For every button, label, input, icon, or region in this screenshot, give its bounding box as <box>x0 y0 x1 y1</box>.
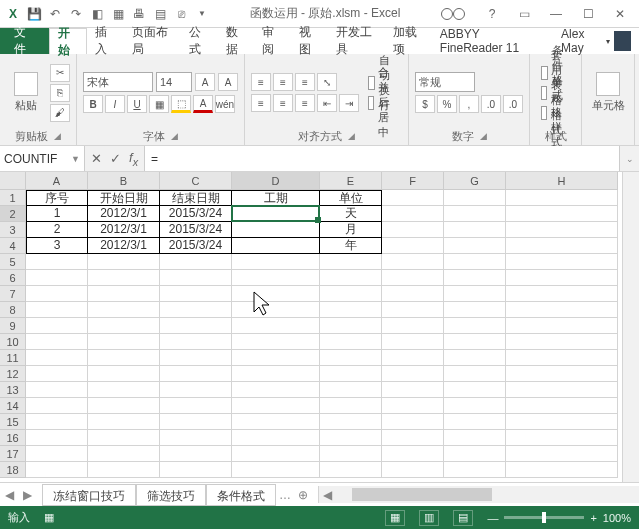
cell[interactable]: 单位 <box>320 190 382 206</box>
cell[interactable] <box>506 382 618 398</box>
dialog-launcher-icon[interactable]: ◢ <box>171 131 178 141</box>
cell[interactable] <box>26 382 88 398</box>
new-sheet-icon[interactable]: ⊕ <box>294 488 312 502</box>
cell[interactable] <box>506 430 618 446</box>
excel-icon[interactable]: X <box>4 5 22 23</box>
underline-icon[interactable]: U <box>127 95 147 113</box>
align-center-icon[interactable]: ≡ <box>273 94 293 112</box>
cell[interactable] <box>506 238 618 254</box>
cell[interactable] <box>26 270 88 286</box>
cells-button[interactable]: 单元格 <box>588 72 628 113</box>
cell[interactable] <box>320 302 382 318</box>
sheet-tab[interactable]: 冻结窗口技巧 <box>42 484 136 506</box>
row-header[interactable]: 8 <box>0 302 26 318</box>
cell[interactable]: 天 <box>320 206 382 222</box>
cell[interactable] <box>232 366 320 382</box>
cell[interactable] <box>26 446 88 462</box>
cell[interactable] <box>506 206 618 222</box>
cell[interactable] <box>232 430 320 446</box>
font-name-combo[interactable]: 宋体 <box>83 72 153 92</box>
cell[interactable] <box>382 398 444 414</box>
cell[interactable] <box>160 254 232 270</box>
align-right-icon[interactable]: ≡ <box>295 94 315 112</box>
cell[interactable] <box>26 318 88 334</box>
cell[interactable] <box>232 302 320 318</box>
cell[interactable] <box>232 446 320 462</box>
cell[interactable] <box>88 318 160 334</box>
enter-formula-icon[interactable]: ✓ <box>110 151 121 166</box>
cell[interactable] <box>160 398 232 414</box>
cell[interactable] <box>232 350 320 366</box>
cell[interactable] <box>506 222 618 238</box>
font-size-combo[interactable]: 14 <box>156 72 192 92</box>
cell[interactable] <box>320 366 382 382</box>
tab-dev[interactable]: 开发工具 <box>328 28 385 54</box>
cell[interactable] <box>26 350 88 366</box>
cell[interactable] <box>88 270 160 286</box>
cell[interactable] <box>160 334 232 350</box>
print-icon[interactable]: 🖶 <box>130 5 148 23</box>
cell[interactable] <box>88 414 160 430</box>
cell[interactable] <box>88 302 160 318</box>
cell[interactable]: 1 <box>26 206 88 222</box>
cell[interactable] <box>506 334 618 350</box>
cell[interactable] <box>26 462 88 478</box>
increase-font-icon[interactable]: A <box>195 73 215 91</box>
cell[interactable] <box>506 462 618 478</box>
qat-icon[interactable]: ◧ <box>88 5 106 23</box>
cell[interactable] <box>232 238 320 254</box>
macro-record-icon[interactable]: ▦ <box>44 511 54 524</box>
active-cell[interactable] <box>231 205 320 222</box>
row-header[interactable]: 4 <box>0 238 26 254</box>
cell[interactable] <box>444 222 506 238</box>
cell[interactable] <box>88 350 160 366</box>
dialog-launcher-icon[interactable]: ◢ <box>480 131 487 141</box>
cell[interactable] <box>382 238 444 254</box>
row-header[interactable]: 9 <box>0 318 26 334</box>
cell[interactable] <box>320 446 382 462</box>
col-header[interactable]: D <box>232 172 320 190</box>
cell[interactable] <box>88 382 160 398</box>
cell[interactable] <box>444 350 506 366</box>
cell[interactable] <box>232 286 320 302</box>
row-header[interactable]: 17 <box>0 446 26 462</box>
cell[interactable] <box>506 286 618 302</box>
sheet-tab[interactable]: 条件格式 <box>206 484 276 506</box>
cell[interactable] <box>382 318 444 334</box>
comma-icon[interactable]: , <box>459 95 479 113</box>
cell[interactable] <box>160 270 232 286</box>
align-bottom-icon[interactable]: ≡ <box>295 73 315 91</box>
cell[interactable] <box>320 430 382 446</box>
number-format-combo[interactable]: 常规 <box>415 72 475 92</box>
cell[interactable] <box>320 398 382 414</box>
cell[interactable]: 2012/3/1 <box>88 206 160 222</box>
cell[interactable] <box>444 430 506 446</box>
help-icon[interactable]: ? <box>477 4 507 24</box>
select-all-corner[interactable] <box>0 172 26 190</box>
italic-icon[interactable]: I <box>105 95 125 113</box>
cell[interactable] <box>26 414 88 430</box>
redo-icon[interactable]: ↷ <box>67 5 85 23</box>
tab-addin[interactable]: 加载项 <box>385 28 432 54</box>
cell[interactable] <box>444 190 506 206</box>
cell[interactable]: 2012/3/1 <box>88 222 160 238</box>
col-header[interactable]: B <box>88 172 160 190</box>
cell[interactable] <box>160 446 232 462</box>
cell[interactable] <box>232 382 320 398</box>
row-header[interactable]: 14 <box>0 398 26 414</box>
cell[interactable]: 工期 <box>232 190 320 206</box>
cell[interactable] <box>88 286 160 302</box>
cell[interactable] <box>232 318 320 334</box>
row-header[interactable]: 3 <box>0 222 26 238</box>
row-header[interactable]: 1 <box>0 190 26 206</box>
tab-layout[interactable]: 页面布局 <box>124 28 181 54</box>
view-pagebreak-icon[interactable]: ▤ <box>453 510 473 526</box>
cell[interactable] <box>160 430 232 446</box>
col-header[interactable]: F <box>382 172 444 190</box>
col-header[interactable]: G <box>444 172 506 190</box>
cell[interactable] <box>320 462 382 478</box>
align-left-icon[interactable]: ≡ <box>251 94 271 112</box>
cell[interactable] <box>382 286 444 302</box>
tab-view[interactable]: 视图 <box>291 28 328 54</box>
cell[interactable] <box>382 414 444 430</box>
